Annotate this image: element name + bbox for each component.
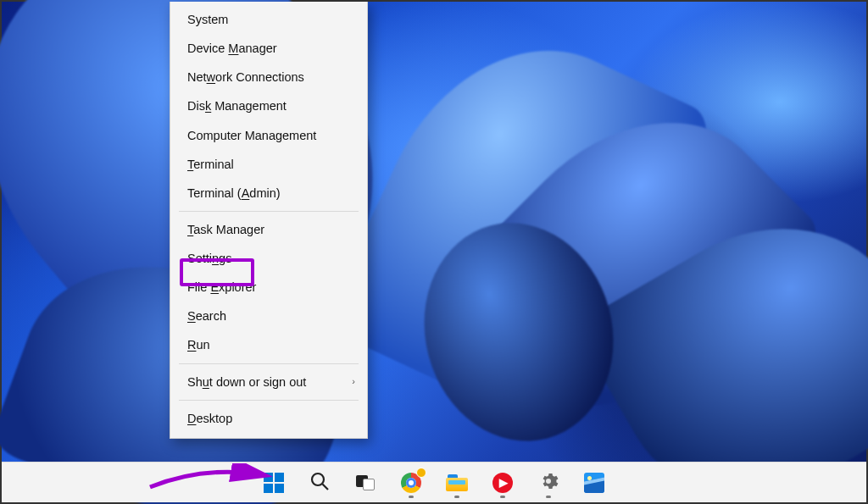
winx-context-menu: SystemDevice ManagerNetwork ConnectionsD… [170,2,368,439]
file-explorer-icon [446,474,468,491]
menu-item-desktop[interactable]: Desktop [170,404,367,433]
chevron-right-icon: › [352,376,355,388]
search-button[interactable] [303,466,337,500]
start-button[interactable] [257,466,291,500]
photos-icon [584,473,604,493]
menu-item-network-connections[interactable]: Network Connections [170,63,367,91]
red-app-icon: ▶ [492,473,513,493]
menu-item-device-manager[interactable]: Device Manager [170,34,367,63]
menu-separator [179,363,359,364]
task-view-icon [356,475,375,490]
menu-item-run[interactable]: Run [170,330,367,359]
chrome-app[interactable] [394,466,428,500]
profile-badge-icon [416,468,426,478]
menu-item-terminal[interactable]: Terminal [170,150,367,179]
file-explorer-app[interactable] [440,466,474,500]
settings-app[interactable] [531,466,565,500]
task-view-button[interactable] [348,466,382,500]
search-icon [309,471,330,495]
menu-item-shut-down-or-sign-out[interactable]: Shut down or sign out› [170,368,367,396]
menu-item-computer-management[interactable]: Computer Management [170,121,367,150]
svg-point-2 [546,479,551,484]
menu-item-file-explorer[interactable]: File Explorer [170,273,367,302]
menu-item-terminal-admin[interactable]: Terminal (Admin) [170,179,367,208]
menu-item-settings[interactable]: Settings [170,244,367,273]
desktop-screen: SystemDevice ManagerNetwork ConnectionsD… [0,0,868,504]
menu-separator [179,211,359,212]
svg-line-1 [323,484,329,490]
menu-item-system[interactable]: System [170,5,367,34]
menu-separator [179,400,359,401]
svg-point-0 [312,474,324,485]
windows-logo-icon [264,473,284,493]
photos-app[interactable] [577,466,611,500]
menu-item-search[interactable]: Search [170,302,367,330]
todo-app[interactable]: ▶ [486,466,520,500]
desktop-wallpaper [2,2,866,502]
taskbar: ▶ [2,462,866,502]
menu-item-task-manager[interactable]: Task Manager [170,215,367,244]
menu-item-disk-management[interactable]: Disk Management [170,91,367,120]
gear-icon [538,471,559,495]
